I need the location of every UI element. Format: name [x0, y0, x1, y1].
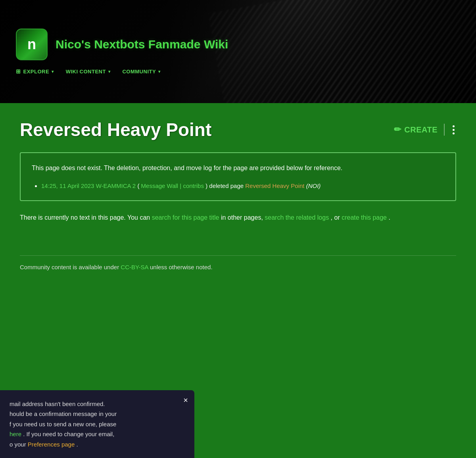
site-header: n Nico's Nextbots Fanmade Wiki ⊞ EXPLORE… — [0, 0, 476, 103]
chevron-down-icon: ▾ — [52, 69, 54, 74]
wiki-logo-letter: n — [27, 36, 36, 53]
log-action: ) deleted page — [205, 182, 245, 189]
header-top: n Nico's Nextbots Fanmade Wiki — [16, 29, 460, 60]
resend-confirmation-link[interactable]: here — [10, 431, 21, 437]
create-button[interactable]: ✏ CREATE — [394, 125, 438, 135]
create-this-page-link[interactable]: create this page — [342, 214, 388, 221]
no-text-end: , or — [331, 214, 342, 221]
popup-text-1: mail address hasn't been confirmed. houl… — [10, 401, 117, 427]
more-options-button[interactable] — [451, 124, 456, 136]
no-text-message: There is currently no text in this page.… — [20, 212, 456, 224]
deleted-page-link[interactable]: Reversed Heavy Point — [245, 182, 306, 189]
vertical-divider — [444, 124, 445, 136]
wiki-title: Nico's Nextbots Fanmade Wiki — [56, 38, 228, 51]
info-box-text: This page does not exist. The deletion, … — [32, 163, 444, 173]
no-text-start: There is currently no text in this page.… — [20, 214, 152, 221]
main-content: Reversed Heavy Point ✏ CREATE This page … — [0, 103, 476, 381]
wiki-logo: n — [16, 29, 48, 60]
dot-3 — [453, 132, 455, 134]
nav-item-explore[interactable]: ⊞ EXPLORE ▾ — [16, 68, 54, 75]
explore-icon: ⊞ — [16, 68, 21, 75]
nav-label-wiki-content: WIKI CONTENT — [66, 69, 106, 75]
log-list: 14:25, 11 April 2023 W-EAMMICA 2 ( Messa… — [32, 181, 444, 191]
dot-1 — [453, 125, 455, 127]
log-entry: 14:25, 11 April 2023 W-EAMMICA 2 ( Messa… — [41, 181, 444, 191]
search-page-title-link[interactable]: search for this page title — [152, 214, 221, 221]
header-content: n Nico's Nextbots Fanmade Wiki ⊞ EXPLORE… — [0, 0, 476, 103]
chevron-down-icon: ▾ — [158, 69, 161, 74]
log-note: (NOI) — [306, 182, 321, 189]
no-text-mid: in other pages, — [221, 214, 265, 221]
nav-label-explore: EXPLORE — [23, 69, 50, 75]
nav-label-community: COMMUNITY — [122, 69, 156, 75]
popup-text-final: . — [76, 441, 78, 448]
page-title-row: Reversed Heavy Point ✏ CREATE — [20, 119, 456, 140]
page-actions: ✏ CREATE — [394, 124, 456, 136]
log-paren-open: ( — [137, 182, 139, 189]
footer-text-end: unless otherwise noted. — [150, 264, 213, 270]
main-nav: ⊞ EXPLORE ▾ WIKI CONTENT ▾ COMMUNITY ▾ — [16, 68, 460, 75]
footer-text-start: Community content is available under — [20, 264, 121, 270]
log-timestamp: 14:25, 11 April 2023 — [41, 182, 94, 189]
cc-license-link[interactable]: CC-BY-SA — [121, 264, 150, 270]
email-confirmation-popup: × mail address hasn't been confirmed. ho… — [0, 390, 194, 458]
popup-text: mail address hasn't been confirmed. houl… — [10, 399, 185, 450]
log-user: W-EAMMICA 2 — [96, 182, 136, 189]
nav-item-wiki-content[interactable]: WIKI CONTENT ▾ — [66, 69, 111, 75]
chevron-down-icon: ▾ — [108, 69, 111, 74]
nav-item-community[interactable]: COMMUNITY ▾ — [122, 69, 160, 75]
create-label: CREATE — [404, 125, 438, 134]
footer-note: Community content is available under CC-… — [20, 255, 456, 270]
contribs-link[interactable]: contribs — [183, 182, 205, 189]
search-related-logs-link[interactable]: search the related logs — [265, 214, 330, 221]
popup-close-button[interactable]: × — [183, 396, 188, 405]
preferences-page-link[interactable]: Preferences page — [28, 441, 77, 448]
log-timestamp-link[interactable]: 14:25, 11 April 2023 W-EAMMICA 2 — [41, 182, 137, 189]
edit-icon: ✏ — [394, 125, 401, 135]
dot-2 — [453, 129, 455, 131]
info-box: This page does not exist. The deletion, … — [20, 152, 456, 201]
page-title: Reversed Heavy Point — [20, 119, 211, 140]
no-text-final: . — [388, 214, 390, 221]
message-wall-link[interactable]: Message Wall — [141, 182, 180, 189]
